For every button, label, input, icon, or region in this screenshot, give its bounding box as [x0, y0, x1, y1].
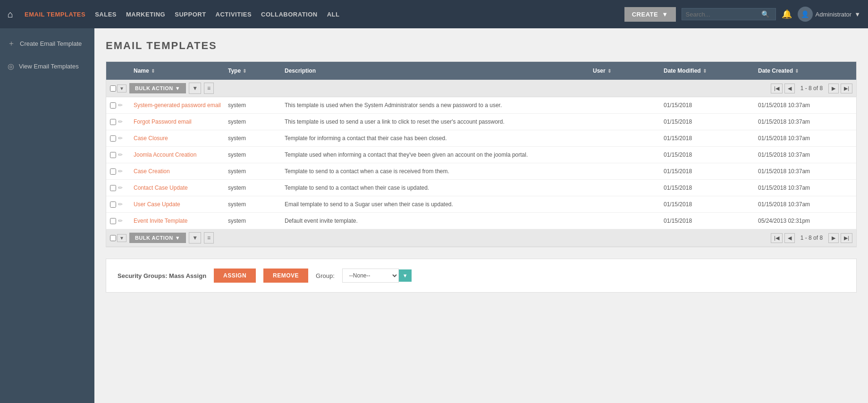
prev-page-bottom[interactable]: ◀ [784, 233, 795, 243]
row-checkbox-1[interactable] [110, 119, 116, 125]
row-name-4[interactable]: Case Creation [134, 168, 228, 175]
sidebar-item-view[interactable]: ◎ View Email Templates [0, 55, 94, 77]
header-user[interactable]: User ⇕ [593, 67, 664, 74]
row-name-2[interactable]: Case Closure [134, 135, 228, 142]
columns-icon-top[interactable]: ≡ [204, 83, 214, 94]
next-page-bottom[interactable]: ▶ [828, 233, 839, 243]
plus-icon: ＋ [8, 39, 15, 49]
bulk-action-bottom-button[interactable]: BULK ACTION ▼ [129, 233, 186, 243]
table-row: ✏ Forgot Password email system This temp… [106, 114, 856, 130]
row-name-1[interactable]: Forgot Password email [134, 118, 228, 125]
table-row: ✏ Case Creation system Template to send … [106, 163, 856, 180]
row-actions-2: ✏ [110, 135, 134, 142]
row-name-7[interactable]: Event Invite Template [134, 218, 228, 224]
row-checkbox-6[interactable] [110, 202, 116, 208]
select-bottom-dropdown[interactable]: ▼ [117, 234, 126, 242]
row-name-3[interactable]: Joomla Account Creation [134, 151, 228, 158]
row-checkbox-3[interactable] [110, 152, 116, 158]
row-date-created-7: 05/24/2013 02:31pm [758, 218, 852, 224]
table-row: ✏ Event Invite Template system Default e… [106, 213, 856, 229]
edit-icon-4[interactable]: ✏ [118, 168, 123, 175]
select-all-bottom-checkbox[interactable] [110, 235, 116, 241]
filter-icon-bottom[interactable]: ▼ [189, 232, 201, 243]
row-name-6[interactable]: User Case Update [134, 201, 228, 208]
prev-page-top[interactable]: ◀ [784, 84, 795, 93]
search-icon[interactable]: 🔍 [761, 10, 769, 18]
row-name-5[interactable]: Contact Case Update [134, 185, 228, 191]
remove-button[interactable]: REMOVE [263, 269, 308, 283]
group-dropdown-button[interactable]: ▼ [399, 269, 412, 282]
group-select[interactable]: --None-- [342, 269, 399, 283]
select-dropdown[interactable]: ▼ [117, 84, 126, 92]
nav-collaboration[interactable]: COLLABORATION [261, 11, 318, 18]
search-input[interactable] [686, 11, 761, 18]
header-type[interactable]: Type ⇕ [228, 67, 285, 74]
sidebar-item-create[interactable]: ＋ Create Email Template [0, 32, 94, 55]
date-modified-sort-icon: ⇕ [703, 68, 707, 74]
notifications-icon[interactable]: 🔔 [782, 9, 792, 19]
row-actions-4: ✏ [110, 168, 134, 175]
main-layout: ＋ Create Email Template ◎ View Email Tem… [0, 28, 868, 403]
row-checkbox-4[interactable] [110, 168, 116, 175]
nav-sales[interactable]: SALES [95, 11, 117, 18]
first-page-bottom[interactable]: |◀ [771, 233, 783, 243]
edit-icon-2[interactable]: ✏ [118, 135, 123, 142]
row-description-2: Template for informing a contact that th… [285, 135, 593, 142]
row-date-created-0: 01/15/2018 10:37am [758, 102, 852, 109]
user-sort-icon: ⇕ [607, 68, 611, 74]
bulk-action-top-button[interactable]: BULK ACTION ▼ [129, 83, 186, 93]
assign-button[interactable]: ASSIGN [214, 269, 256, 283]
row-checkbox-7[interactable] [110, 218, 116, 224]
filter-icon-top[interactable]: ▼ [189, 83, 201, 94]
edit-icon-5[interactable]: ✏ [118, 185, 123, 191]
row-date-modified-2: 01/15/2018 [664, 135, 758, 142]
nav-activities[interactable]: ACTIVITIES [216, 11, 252, 18]
first-page-top[interactable]: |◀ [771, 84, 783, 93]
header-name[interactable]: Name ⇕ [134, 67, 228, 74]
row-date-created-5: 01/15/2018 10:37am [758, 185, 852, 191]
header-date-modified[interactable]: Date Modified ⇕ [664, 67, 758, 74]
search-container: 🔍 [682, 8, 776, 20]
last-page-bottom[interactable]: ▶| [841, 233, 852, 243]
row-checkbox-0[interactable] [110, 102, 116, 109]
row-actions-5: ✏ [110, 185, 134, 191]
row-description-4: Template to send to a contact when a cas… [285, 168, 593, 175]
edit-icon-0[interactable]: ✏ [118, 102, 123, 109]
row-name-0[interactable]: System-generated password email [134, 102, 228, 109]
create-button[interactable]: CREATE ▼ [624, 7, 676, 22]
last-page-top[interactable]: ▶| [841, 84, 852, 93]
edit-icon-7[interactable]: ✏ [118, 218, 123, 224]
table-row: ✏ Contact Case Update system Template to… [106, 180, 856, 196]
user-info[interactable]: 👤 Administrator ▼ [798, 7, 860, 22]
group-select-wrapper: --None-- ▼ [342, 269, 412, 283]
header-date-created[interactable]: Date Created ⇕ [758, 67, 852, 74]
top-toolbar: ▼ BULK ACTION ▼ ▼ ≡ |◀ ◀ 1 - 8 of 8 ▶ ▶| [106, 80, 856, 97]
select-all-area: ▼ [110, 84, 126, 92]
nav-links: EMAIL TEMPLATES SALES MARKETING SUPPORT … [25, 11, 613, 18]
edit-icon-6[interactable]: ✏ [118, 201, 123, 208]
row-actions-7: ✏ [110, 218, 134, 224]
nav-support[interactable]: SUPPORT [175, 11, 206, 18]
next-page-top[interactable]: ▶ [828, 84, 839, 93]
nav-all[interactable]: ALL [327, 11, 340, 18]
row-type-6: system [228, 201, 285, 208]
bottom-toolbar: ▼ BULK ACTION ▼ ▼ ≡ |◀ ◀ 1 - 8 of 8 ▶ ▶| [106, 229, 856, 247]
select-all-checkbox[interactable] [110, 85, 116, 92]
avatar: 👤 [798, 7, 813, 22]
page-info-top: 1 - 8 of 8 [797, 85, 826, 92]
columns-icon-bottom[interactable]: ≡ [204, 232, 214, 243]
page-title: EMAIL TEMPLATES [106, 40, 857, 52]
edit-icon-3[interactable]: ✏ [118, 151, 123, 158]
edit-icon-1[interactable]: ✏ [118, 118, 123, 125]
table-row: ✏ System-generated password email system… [106, 97, 856, 114]
home-icon[interactable]: ⌂ [8, 9, 13, 20]
nav-email-templates[interactable]: EMAIL TEMPLATES [25, 11, 85, 18]
table-rows-container: ✏ System-generated password email system… [106, 97, 856, 229]
group-label-text: Group: [316, 272, 335, 279]
row-actions-1: ✏ [110, 118, 134, 125]
nav-marketing[interactable]: MARKETING [126, 11, 165, 18]
row-checkbox-2[interactable] [110, 135, 116, 142]
row-type-2: system [228, 135, 285, 142]
row-checkbox-5[interactable] [110, 185, 116, 191]
row-date-modified-6: 01/15/2018 [664, 201, 758, 208]
